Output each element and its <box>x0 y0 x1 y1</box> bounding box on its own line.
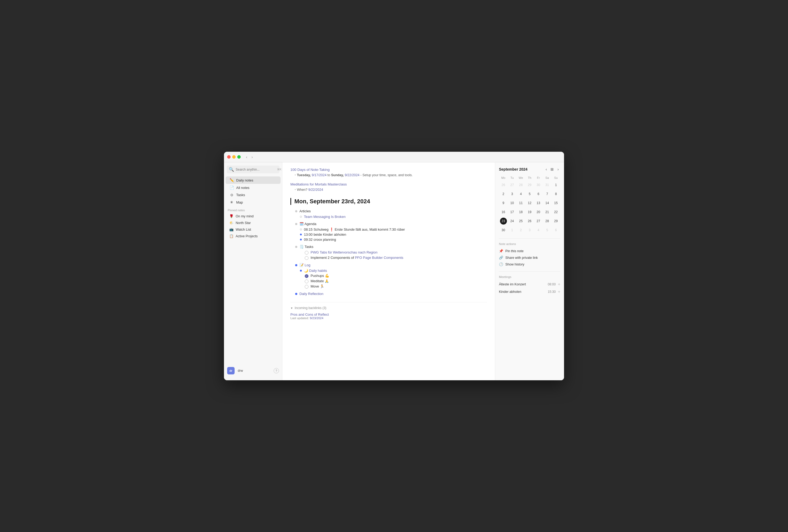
calendar-day[interactable]: 15 <box>552 198 560 208</box>
calendar-day[interactable]: 10 <box>508 198 516 208</box>
calendar-day[interactable]: 14 <box>543 198 552 208</box>
calendar-day[interactable]: 12 <box>525 198 534 208</box>
action-share-link[interactable]: 🔗 Share with private link <box>499 254 560 261</box>
calendar-day[interactable]: 27 <box>508 180 516 190</box>
calendar-day[interactable]: 13 <box>534 198 543 208</box>
log-link[interactable]: 📝 Log <box>299 263 310 267</box>
day-header: Mon, September 23rd, 2024 <box>290 198 487 205</box>
calendar-day[interactable]: 29 <box>552 217 560 225</box>
section-daily-reflection: Daily Reflection <box>290 292 487 296</box>
calendar-day[interactable]: 7 <box>543 190 552 198</box>
calendar-day[interactable]: 23 <box>499 217 508 225</box>
user-info[interactable]: dr drw <box>227 367 243 374</box>
calendar-day[interactable]: 25 <box>516 217 525 225</box>
task-link-pfo[interactable]: PFO Page Builder Components <box>355 256 403 260</box>
close-button[interactable] <box>227 155 231 159</box>
calendar-day[interactable]: 8 <box>552 190 560 198</box>
event-title-meditations[interactable]: Meditations for Mortals Masterclass <box>290 182 487 186</box>
calendar-day[interactable]: 26 <box>499 180 508 190</box>
calendar-day[interactable]: 6 <box>534 190 543 198</box>
date-link-end[interactable]: 9/22/2024 <box>344 173 359 177</box>
calendar-day[interactable]: 5 <box>543 225 552 235</box>
calendar-day[interactable]: 4 <box>516 190 525 198</box>
calendar-day[interactable]: 22 <box>552 208 560 217</box>
app-window: ‹ › 🔍 ⌘K 🎤 ✏️ Daily notes 📄 All notes ⊙ <box>224 152 564 380</box>
calendar-day[interactable]: 17 <box>508 208 516 217</box>
sidebar-item-daily-notes[interactable]: ✏️ Daily notes <box>225 176 280 184</box>
pinned-item-north-star[interactable]: 🌤️ North Star <box>225 219 280 226</box>
backlinks-header[interactable]: ▼ Incoming backlinks (3) <box>290 306 487 310</box>
calendar-grid-button[interactable]: ⊞ <box>549 166 555 172</box>
calendar-day[interactable]: 27 <box>534 217 543 225</box>
pinned-item-on-my-mind[interactable]: 🌹 On my mind <box>225 213 280 219</box>
sidebar-item-map[interactable]: ✳ Map <box>225 198 280 206</box>
pinned-item-watch-list[interactable]: 📺 Watch List <box>225 226 280 233</box>
backlink-title[interactable]: Pros and Cons of Reflect <box>290 313 487 316</box>
article-link[interactable]: Team Messaging Is Broken <box>304 215 346 219</box>
calendar-prev-button[interactable]: ‹ <box>544 166 549 172</box>
help-icon[interactable]: ? <box>274 368 279 373</box>
cal-header-th: Th <box>525 175 534 180</box>
cal-header-mo: Mo <box>499 175 508 180</box>
date-link-start[interactable]: 9/17/2024 <box>312 173 327 177</box>
calendar-day[interactable]: 1 <box>508 225 516 235</box>
calendar-day[interactable]: 26 <box>525 217 534 225</box>
calendar-day[interactable]: 3 <box>508 190 516 198</box>
calendar-header: September 2024 ‹ ⊞ › <box>499 166 560 172</box>
calendar-day[interactable]: 30 <box>534 180 543 190</box>
calendar-day[interactable]: 29 <box>525 180 534 190</box>
sidebar-item-label: All notes <box>236 186 250 190</box>
nav-forward-button[interactable]: › <box>251 154 254 160</box>
calendar-day[interactable]: 6 <box>552 225 560 235</box>
calendar-nav: ‹ ⊞ › <box>544 166 560 172</box>
section-header-log: 📝 Log <box>295 263 487 267</box>
calendar-day[interactable]: 2 <box>499 190 508 198</box>
daily-reflection-link[interactable]: Daily Reflection <box>299 292 323 296</box>
nav-back-button[interactable]: ‹ <box>245 154 249 160</box>
calendar-next-button[interactable]: › <box>556 166 560 172</box>
search-bar[interactable]: 🔍 ⌘K 🎤 <box>226 165 279 173</box>
calendar-day[interactable]: 11 <box>516 198 525 208</box>
agenda-item-3: 09:32 croox planning <box>304 238 336 241</box>
calendar-day[interactable]: 31 <box>543 180 552 190</box>
checkbox-pushups[interactable]: ✓ <box>305 274 309 278</box>
checkbox-pwg[interactable] <box>305 251 309 255</box>
sidebar-item-all-notes[interactable]: 📄 All notes <box>225 184 280 191</box>
calendar-day[interactable]: 28 <box>516 180 525 190</box>
calendar-day[interactable]: 28 <box>543 217 552 225</box>
titlebar-nav: ‹ › <box>245 154 254 160</box>
action-show-history[interactable]: 🕐 Show history <box>499 261 560 268</box>
calendar-day[interactable]: 3 <box>525 225 534 235</box>
calendar-day[interactable]: 20 <box>534 208 543 217</box>
main-content: 100 Days of Note-Taking Tuesday, 9/17/20… <box>282 162 495 380</box>
calendar-day[interactable]: 19 <box>525 208 534 217</box>
meeting-add-2[interactable]: + <box>558 289 560 294</box>
daily-habits-link[interactable]: 🌙 Daily habits <box>304 269 327 273</box>
pinned-item-label: Active Projects <box>236 234 258 238</box>
backlink-date[interactable]: 9/23/2024 <box>310 316 323 320</box>
date-link-meditations[interactable]: 9/22/2024 <box>308 188 323 192</box>
checkbox-meditate[interactable] <box>305 279 309 283</box>
calendar-day[interactable]: 30 <box>499 225 508 235</box>
event-title-100-days[interactable]: 100 Days of Note-Taking <box>290 168 487 172</box>
sidebar-item-tasks[interactable]: ⊙ Tasks <box>225 191 280 198</box>
checkbox-pfo[interactable] <box>305 256 309 260</box>
calendar-day[interactable]: 24 <box>508 217 516 225</box>
task-link-pwg[interactable]: PWG Tabs für Wettervorschau nach Region <box>311 250 377 254</box>
calendar-day[interactable]: 9 <box>499 198 508 208</box>
calendar-day[interactable]: 4 <box>534 225 543 235</box>
minimize-button[interactable] <box>232 155 236 159</box>
search-input[interactable] <box>236 168 276 171</box>
meeting-add-1[interactable]: + <box>558 282 560 287</box>
calendar-day[interactable]: 5 <box>525 190 534 198</box>
calendar-day[interactable]: 1 <box>552 180 560 190</box>
calendar-day[interactable]: 18 <box>516 208 525 217</box>
divider-2 <box>499 271 560 272</box>
checkbox-move[interactable] <box>305 285 309 289</box>
pinned-item-active-projects[interactable]: 📋 Active Projects <box>225 233 280 239</box>
calendar-day[interactable]: 16 <box>499 208 508 217</box>
calendar-day[interactable]: 2 <box>516 225 525 235</box>
calendar-day[interactable]: 21 <box>543 208 552 217</box>
maximize-button[interactable] <box>237 155 241 159</box>
action-pin-note[interactable]: 📌 Pin this note <box>499 248 560 254</box>
